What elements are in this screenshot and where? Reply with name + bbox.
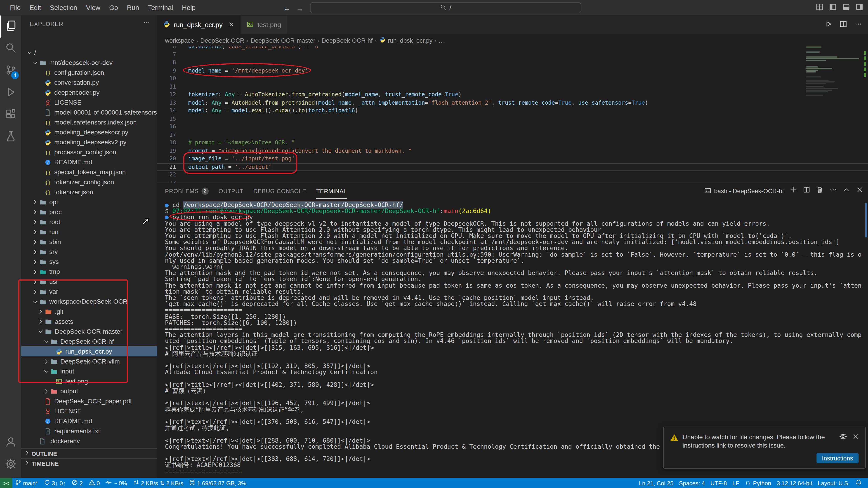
tree-item-deepencoder-py[interactable]: deepencoder.py <box>21 88 157 97</box>
tree-item-git[interactable]: .git <box>21 306 157 317</box>
tree-item-modeling-deepseekv2-py[interactable]: modeling_deepseekv2.py <box>21 137 157 147</box>
tree-item-model-00001-of-000001-safetensors[interactable]: model-00001-of-000001.safetensors <box>21 107 157 117</box>
activity-accounts[interactable] <box>0 431 21 454</box>
forward-icon[interactable]: → <box>296 4 303 12</box>
run-file-button[interactable] <box>825 20 833 30</box>
tree-item-proc[interactable]: proc <box>21 207 157 217</box>
tree-item-root[interactable]: root <box>21 217 157 227</box>
tree-item-input[interactable]: input <box>21 366 157 376</box>
tree-item-mnt-deepseek-ocr-dev[interactable]: mnt/deepseek-ocr-dev <box>21 58 157 68</box>
tree-item-modeling-deepseekocr-py[interactable]: modeling_deepseekocr.py <box>21 127 157 137</box>
activity-run-and-debug[interactable] <box>0 82 21 104</box>
code-line-8[interactable]: 8 <box>157 59 868 67</box>
grid-icon[interactable] <box>815 2 824 13</box>
tree-item-deepseek-ocr-hf[interactable]: DeepSeek-OCR-hf <box>21 336 157 346</box>
status-layout[interactable]: Layout: U.S. <box>815 478 852 488</box>
panel-tab-debug-console[interactable]: DEBUG CONSOLE <box>253 183 306 199</box>
status-language[interactable]: {} Python <box>742 478 774 488</box>
status-network[interactable]: 2 KB/s ⇅ 2 KB/s <box>130 478 186 488</box>
toggle-sidebar-icon[interactable] <box>829 2 837 13</box>
close-icon[interactable] <box>856 186 864 196</box>
tree-item-deepseek-ocr-master[interactable]: DeepSeek-OCR-master <box>21 326 157 336</box>
menu-view[interactable]: View <box>82 2 105 13</box>
tree-item-deepseek-ocr-paper-pdf[interactable]: DeepSeek_OCR_paper.pdf <box>21 396 157 406</box>
code-line-19[interactable]: 19prompt = "<image>\n<|grounding|>Conver… <box>157 147 868 155</box>
tree-item-var[interactable]: var <box>21 287 157 297</box>
tree-item-run-dpsk-ocr-py[interactable]: run_dpsk_ocr.py <box>21 346 157 356</box>
code-line-12[interactable]: 12tokenizer: Any = AutoTokenizer.from_pr… <box>157 91 868 99</box>
tree-item-license[interactable]: LICENSE <box>21 97 157 107</box>
split-editor-icon[interactable] <box>839 20 848 30</box>
breadcrumb-item-item[interactable]: ... <box>439 37 444 43</box>
activity-source-control[interactable]: 4 <box>0 60 21 82</box>
menu-help[interactable]: Help <box>178 2 200 13</box>
breadcrumb-item-deepseek-ocr-master[interactable]: DeepSeek-OCR-master <box>251 37 315 43</box>
code-line-21[interactable]: 21output_path = '../output' <box>157 163 868 171</box>
tree-item-srv[interactable]: srv <box>21 247 157 257</box>
close-icon[interactable] <box>852 433 860 443</box>
menu-edit[interactable]: Edit <box>25 2 45 13</box>
breadcrumb-item-deepseek-ocr[interactable]: DeepSeek-OCR <box>200 37 244 43</box>
status-encoding[interactable]: UTF-8 <box>708 478 730 488</box>
instructions-button[interactable]: Instructions <box>816 453 859 463</box>
status-warnings[interactable]: 0 <box>86 478 103 488</box>
menu-terminal[interactable]: Terminal <box>144 2 178 13</box>
tree-item-run[interactable]: run <box>21 227 157 237</box>
status-cpu[interactable]: ~ 0% <box>103 478 130 488</box>
more-actions-icon[interactable] <box>143 19 151 29</box>
activity-explorer[interactable] <box>0 15 21 38</box>
tab-run-dpsk-ocr-py[interactable]: run_dpsk_ocr.py <box>157 15 241 34</box>
menu-run[interactable]: Run <box>123 2 144 13</box>
tree-item-test-png[interactable]: test.png <box>21 376 157 386</box>
code-line-22[interactable]: 22 <box>157 171 868 179</box>
status-eol[interactable]: LF <box>730 478 742 488</box>
minimap[interactable] <box>806 46 863 183</box>
tree-item-deepseek-ocr-vllm[interactable]: DeepSeek-OCR-vllm <box>21 356 157 366</box>
menu-go[interactable]: Go <box>105 2 122 13</box>
remote-indicator[interactable]: >< <box>0 478 12 488</box>
breadcrumb-item-workspace[interactable]: workspace <box>165 37 194 43</box>
code-line-7[interactable]: 7 <box>157 51 868 59</box>
toggle-panel-icon[interactable] <box>842 2 850 13</box>
code-line-13[interactable]: 13model: Any = AutoModel.from_pretrained… <box>157 99 868 107</box>
tree-item-item[interactable]: / <box>21 48 157 58</box>
terminal-scrollbar[interactable] <box>865 203 867 237</box>
tree-item-sbin[interactable]: sbin <box>21 237 157 247</box>
tree-item-configuration-json[interactable]: {}configuration.json <box>21 68 157 77</box>
more-actions-icon[interactable] <box>854 20 863 30</box>
status-python-version[interactable]: 3.12.12 64-bit <box>774 478 815 488</box>
tree-item-tmp[interactable]: tmp <box>21 267 157 276</box>
code-line-17[interactable]: 17 <box>157 131 868 139</box>
tab-test-png[interactable]: test.png <box>241 15 287 34</box>
code-line-10[interactable]: 10 <box>157 75 868 83</box>
tree-item-assets[interactable]: assets <box>21 317 157 326</box>
timeline-section[interactable]: TIMELINE <box>21 458 157 468</box>
tree-item-output[interactable]: output <box>21 386 157 396</box>
activity-settings[interactable] <box>0 454 21 476</box>
code-line-15[interactable]: 15 <box>157 115 868 123</box>
command-center-search[interactable]: / <box>310 2 581 13</box>
status-memory[interactable]: 1.69/62.87 GB, 3% <box>186 478 249 488</box>
code-line-9[interactable]: 9model_name = '/mnt/deepseek-ocr-dev' <box>157 67 868 75</box>
tree-item-usr[interactable]: usr <box>21 276 157 287</box>
tree-item-requirements-txt[interactable]: requirements.txt <box>21 426 157 436</box>
activity-extensions[interactable] <box>0 104 21 126</box>
code-line-16[interactable]: 16 <box>157 123 868 131</box>
outline-section[interactable]: OUTLINE <box>21 448 157 458</box>
activity-search[interactable] <box>0 38 21 60</box>
tree-item-dockerenv[interactable]: .dockerenv <box>21 436 157 446</box>
code-line-11[interactable]: 11 <box>157 83 868 91</box>
split-icon[interactable] <box>803 186 810 196</box>
breadcrumb-item-deepseek-ocr-hf[interactable]: DeepSeek-OCR-hf <box>322 37 373 43</box>
close-icon[interactable] <box>228 21 235 29</box>
code-line-18[interactable]: 18# prompt = "<image>\nFree OCR. " <box>157 139 868 147</box>
tree-item-model-safetensors-index-json[interactable]: {}model.safetensors.index.json <box>21 117 157 127</box>
status-notifications-bell[interactable] <box>852 478 865 488</box>
gear-icon[interactable] <box>839 433 847 443</box>
customize-layout-icon[interactable] <box>855 2 864 13</box>
tree-item-tokenizer-json[interactable]: {}tokenizer.json <box>21 187 157 197</box>
tree-item-special-tokens-map-json[interactable]: {}special_tokens_map.json <box>21 167 157 177</box>
code-editor[interactable]: 6os.environ["CUDA_VISIBLE_DEVICES"] = '0… <box>157 46 868 183</box>
menu-selection[interactable]: Selection <box>45 2 82 13</box>
code-line-14[interactable]: 14model: Any = model.eval().cuda().to(to… <box>157 107 868 115</box>
